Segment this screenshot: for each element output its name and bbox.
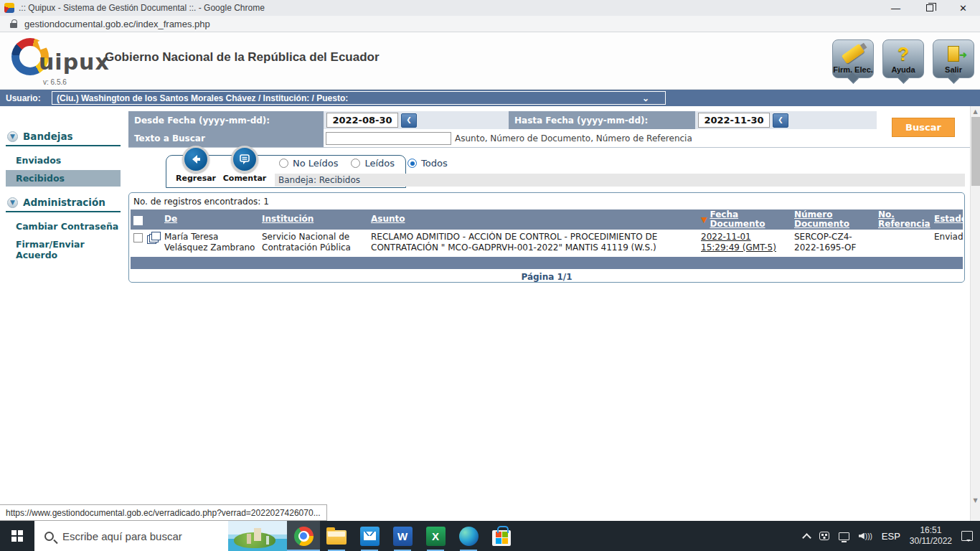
close-icon[interactable]: ✕ [959,4,967,13]
comentar-label: Comentar [223,174,267,183]
hasta-calendar-button[interactable]: ❮ [773,113,788,128]
vertical-scrollbar[interactable]: ▲ ▼ [970,106,980,521]
taskbar-chrome-button[interactable] [287,521,320,551]
desde-fecha-input[interactable] [326,113,398,128]
user-select-value: (Ciu.) Washington de los Santos Morales … [57,93,348,103]
page-title: Gobierno Nacional de la República del Ec… [105,50,380,65]
taskbar-search-placeholder: Escribe aquí para buscar [62,530,182,542]
cell-estado: Enviado [932,232,963,254]
firm-elec-button[interactable]: Firm. Elec. [832,39,874,78]
column-header-referencia[interactable]: No. Referencia [878,210,930,229]
browser-titlebar: .:: Quipux - Sistema de Gestión Document… [0,0,980,16]
action-center-icon[interactable] [961,531,973,541]
firm-elec-label: Firm. Elec. [833,65,873,74]
cell-asunto: RECLAMO ADMITIDO - ACCIÓN DE CONTROL - P… [369,232,699,254]
clock-date: 30/11/2022 [910,536,952,547]
volume-icon[interactable]: ))) [859,532,872,540]
url-text[interactable]: gestiondocumental.gob.ec/index_frames.ph… [24,19,210,29]
sidebar-item-recibidos[interactable]: Recibidos [6,170,121,187]
sidebar-section-bandejas[interactable]: ▼ Bandejas [0,131,126,142]
buscar-button[interactable]: Buscar [892,118,955,137]
sidebar-item-enviados[interactable]: Enviados [6,152,121,169]
column-header-institucion[interactable]: Institución [262,215,314,224]
taskbar-word-button[interactable]: W [386,521,419,551]
chevron-circle-icon: ▼ [7,131,18,142]
radio-leidos[interactable]: Leídos [351,158,395,169]
scroll-down-icon[interactable]: ▼ [971,495,980,505]
taskbar-store-button[interactable] [485,521,518,551]
restore-icon[interactable] [926,4,933,11]
sidebar: ▼ Bandejas Enviados Recibidos ▼ Administ… [0,106,126,521]
main-content: Desde Fecha (yyyy-mm-dd): ❮ Hasta Fecha … [126,106,970,521]
minimize-icon[interactable]: — [891,4,900,13]
taskbar-mail-button[interactable] [353,521,386,551]
cell-fecha-link[interactable]: 2022-11-01 15:29:49 (GMT-5) [701,232,776,253]
scrollbar-thumb[interactable] [971,117,980,186]
version-label: v: 6.5.6 [43,78,67,86]
salir-label: Salir [945,65,962,74]
column-header-numero[interactable]: Número Documento [794,210,874,229]
salir-button[interactable]: Salir [933,39,974,78]
sidebar-item-cambiar-contrasena[interactable]: Cambiar Contraseña [6,218,121,235]
word-icon: W [393,527,413,546]
results-table: De Institución Asunto ▼ Fecha Documento … [131,209,963,254]
brand-text: uipux [39,50,110,75]
texto-buscar-hint: Asunto, Número de Documento, Número de R… [455,133,692,143]
sidebar-section-administracion[interactable]: ▼ Administración [0,197,126,208]
taskbar: Escribe aquí para buscar W X ))) ESP 16:… [0,521,980,551]
taskbar-edge-button[interactable] [452,521,485,551]
work-area: ▼ Bandejas Enviados Recibidos ▼ Administ… [0,106,980,521]
bandeja-status-bar: Bandeja: Recibidos [275,174,965,187]
taskbar-excel-button[interactable]: X [419,521,452,551]
comment-icon [231,146,258,173]
ayuda-label: Ayuda [891,65,915,74]
regresar-button[interactable]: Regresar [172,146,220,187]
row-checkbox[interactable] [133,233,143,242]
radio-todos[interactable]: Todos [407,158,448,169]
app-header: uipux v: 6.5.6 Gobierno Nacional de la R… [0,32,980,90]
sidebar-item-firmar-enviar-acuerdo[interactable]: Firmar/Enviar Acuerdo [6,236,121,263]
scroll-up-icon[interactable]: ▲ [971,106,980,116]
cell-referencia [876,232,932,254]
taskbar-search[interactable]: Escribe aquí para buscar [34,521,287,551]
ayuda-button[interactable]: ? Ayuda [882,39,924,78]
lock-icon[interactable] [10,19,17,28]
usuario-label: Usuario: [6,93,52,103]
hasta-fecha-label: Hasta Fecha (yyyy-mm-dd): [509,111,695,129]
column-header-de[interactable]: De [164,215,177,224]
column-header-asunto[interactable]: Asunto [371,215,405,224]
radio-no-leidos[interactable]: No Leídos [279,158,338,169]
mail-icon [360,527,380,546]
cell-de: María Teresa Velásquez Zambrano [162,232,260,254]
user-select[interactable]: (Ciu.) Washington de los Santos Morales … [52,91,666,105]
column-header-estado[interactable]: Estado [934,215,963,224]
spotlight-image[interactable] [228,521,287,551]
touch-keyboard-icon[interactable] [819,532,829,540]
clock[interactable]: 16:51 30/11/2022 [910,525,952,547]
usb-signature-icon [842,44,865,65]
texto-buscar-label: Texto a Buscar [128,129,324,147]
network-icon[interactable] [839,532,849,540]
desde-calendar-button[interactable]: ❮ [401,113,417,128]
start-button[interactable] [0,521,34,551]
select-all-checkbox[interactable] [133,216,143,225]
language-indicator[interactable]: ESP [882,531,900,542]
quipux-favicon-icon [4,3,14,13]
taskbar-explorer-button[interactable] [320,521,353,551]
screen: .:: Quipux - Sistema de Gestión Document… [0,0,980,551]
file-explorer-icon [326,530,347,545]
browser-urlbar[interactable]: gestiondocumental.gob.ec/index_frames.ph… [0,16,980,32]
texto-buscar-input[interactable] [326,132,451,145]
column-header-fecha[interactable]: Fecha Documento [710,210,790,229]
tray-chevron-up-icon[interactable] [804,532,810,541]
search-form-row-text: Texto a Buscar Asunto, Número de Documen… [128,129,692,147]
system-tray: ))) ESP 16:51 30/11/2022 [804,521,980,551]
section-title: Administración [23,197,105,208]
status-link-bubble: https://www.gestiondocumental.gob.ec/ver… [0,504,327,521]
read-filter-radios: No Leídos Leídos Todos [279,158,448,169]
table-row: María Teresa Velásquez Zambrano Servicio… [131,230,963,254]
comentar-button[interactable]: Comentar [221,146,268,187]
radio-label: Leídos [364,158,395,169]
hasta-fecha-input[interactable] [698,113,770,128]
chrome-icon [294,527,314,546]
